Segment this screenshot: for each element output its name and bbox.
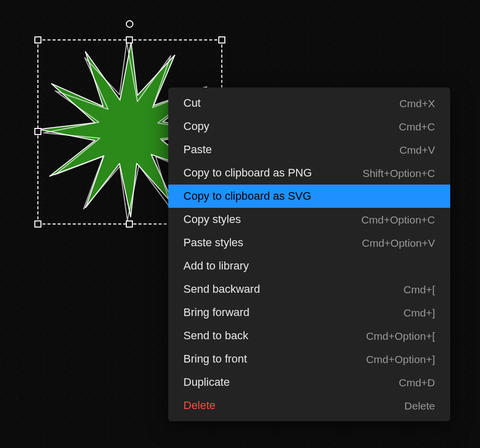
menu-item-label: Bring forward [183,307,250,318]
menu-item-copy-styles[interactable]: Copy stylesCmd+Option+C [168,208,450,231]
rotate-handle[interactable] [126,20,133,28]
menu-item-label: Cut [183,98,201,109]
menu-item-paste-styles[interactable]: Paste stylesCmd+Option+V [168,231,450,254]
menu-item-add-to-library[interactable]: Add to library [168,254,450,278]
menu-item-label: Duplicate [183,377,230,388]
menu-item-duplicate[interactable]: DuplicateCmd+D [168,371,450,394]
menu-item-shortcut: Delete [404,400,435,411]
menu-item-shortcut: Cmd+] [404,307,435,318]
menu-item-label: Copy styles [183,214,241,225]
menu-item-bring-to-front[interactable]: Bring to frontCmd+Option+] [168,347,450,371]
menu-item-label: Copy [183,121,209,132]
menu-item-copy-to-clipboard-as-png[interactable]: Copy to clipboard as PNGShift+Option+C [168,161,450,185]
menu-item-send-to-back[interactable]: Send to backCmd+Option+[ [168,324,450,347]
menu-item-copy-to-clipboard-as-svg[interactable]: Copy to clipboard as SVG [168,185,450,208]
menu-item-label: Copy to clipboard as SVG [183,191,311,202]
menu-item-bring-forward[interactable]: Bring forwardCmd+] [168,301,450,324]
menu-item-shortcut: Cmd+D [399,377,435,388]
resize-handle-n[interactable] [126,36,133,43]
menu-item-shortcut: Cmd+C [399,121,435,132]
menu-item-label: Paste styles [183,237,244,248]
menu-item-copy[interactable]: CopyCmd+C [168,115,450,138]
resize-handle-w[interactable] [34,128,41,135]
menu-item-label: Delete [183,400,216,411]
menu-item-shortcut: Cmd+Option+[ [366,331,435,341]
menu-item-shortcut: Cmd+X [399,98,435,109]
context-menu: CutCmd+XCopyCmd+CPasteCmd+VCopy to clipb… [168,87,450,421]
resize-handle-s[interactable] [126,220,133,228]
menu-item-shortcut: Cmd+V [399,145,435,155]
resize-handle-sw[interactable] [34,220,41,228]
menu-item-send-backward[interactable]: Send backwardCmd+[ [168,278,450,301]
menu-item-label: Paste [183,144,212,155]
menu-item-label: Send backward [183,284,260,295]
menu-item-shortcut: Cmd+Option+] [366,354,435,365]
resize-handle-ne[interactable] [218,36,225,43]
resize-handle-nw[interactable] [34,36,41,43]
menu-item-shortcut: Cmd+Option+C [361,214,435,225]
menu-item-label: Copy to clipboard as PNG [183,167,312,178]
menu-item-cut[interactable]: CutCmd+X [168,92,450,115]
menu-item-label: Add to library [183,260,249,272]
menu-item-shortcut: Cmd+[ [404,284,435,295]
menu-item-paste[interactable]: PasteCmd+V [168,138,450,161]
menu-item-delete[interactable]: DeleteDelete [168,394,450,417]
menu-item-label: Bring to front [183,353,247,365]
menu-item-shortcut: Cmd+Option+V [362,238,435,248]
menu-item-label: Send to back [183,330,248,341]
menu-item-shortcut: Shift+Option+C [362,168,435,178]
